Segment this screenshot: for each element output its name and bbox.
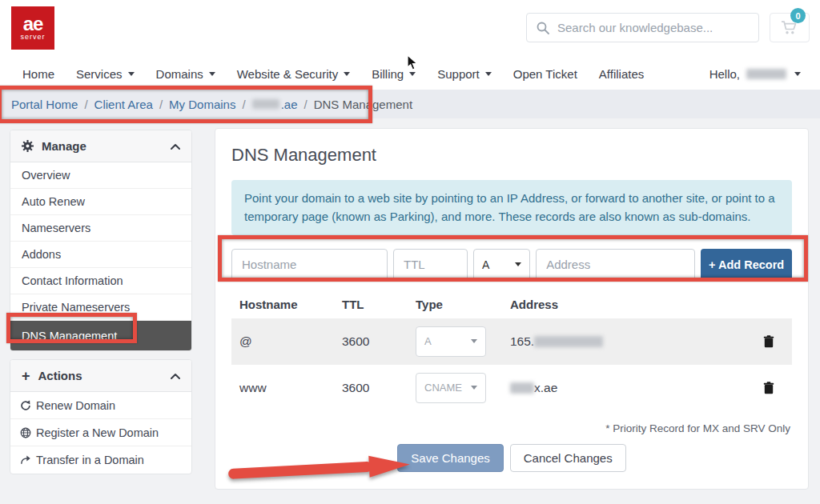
top-header: ae server 0 Home Services Domains Websit… xyxy=(0,0,820,90)
nav-affiliates[interactable]: Affiliates xyxy=(599,67,644,81)
chevron-down-icon xyxy=(485,72,492,76)
col-type: Type xyxy=(416,298,510,311)
cancel-changes-button[interactable]: Cancel Changes xyxy=(510,444,626,472)
nav-open-ticket[interactable]: Open Ticket xyxy=(513,67,577,81)
trash-icon xyxy=(763,382,774,394)
logo-text-server: server xyxy=(20,33,45,41)
plus-icon: + xyxy=(22,369,30,383)
knowledgebase-search[interactable] xyxy=(526,13,759,42)
nav-services[interactable]: Services xyxy=(76,67,135,81)
record-hostname: @ xyxy=(239,334,342,349)
breadcrumb-portal-home[interactable]: Portal Home xyxy=(11,98,78,111)
add-record-button[interactable]: + Add Record xyxy=(701,249,792,281)
address-input[interactable] xyxy=(536,249,695,281)
table-row: www 3600 CNAME x.ae xyxy=(231,365,792,411)
table-row: @ 3600 A 165. xyxy=(231,318,792,365)
delete-record-button[interactable] xyxy=(760,378,778,398)
chevron-down-icon xyxy=(344,72,350,76)
record-type-select[interactable]: A xyxy=(416,326,486,357)
action-transfer-in-domain[interactable]: Transfer in a Domain xyxy=(10,446,191,474)
redacted-domain xyxy=(252,99,279,109)
manage-panel: Manage Overview Auto Renew Nameservers A… xyxy=(10,130,192,351)
breadcrumb-my-domains[interactable]: My Domains xyxy=(169,98,235,111)
chevron-down-icon xyxy=(128,72,135,76)
breadcrumb: Portal Home / Client Area / My Domains /… xyxy=(0,90,820,118)
redacted-host xyxy=(510,382,534,394)
logo-text-ae: ae xyxy=(23,16,43,32)
aeserver-logo[interactable]: ae server xyxy=(11,6,54,50)
transfer-icon xyxy=(20,454,36,466)
chevron-up-icon xyxy=(171,143,180,150)
hostname-input[interactable] xyxy=(231,249,388,281)
chevron-down-icon xyxy=(409,72,416,76)
sidebar-item-contact-information[interactable]: Contact Information xyxy=(10,268,191,294)
col-ttl: TTL xyxy=(342,298,416,311)
record-ttl: 3600 xyxy=(342,334,416,349)
main-nav: Home Services Domains Website & Security… xyxy=(0,59,820,88)
sidebar-item-auto-renew[interactable]: Auto Renew xyxy=(10,189,191,215)
record-type-select[interactable]: A xyxy=(473,249,530,281)
dns-records-table: Hostname TTL Type Address @ 3600 A 165. xyxy=(231,291,792,411)
nav-website-security[interactable]: Website & Security xyxy=(237,67,350,81)
trash-icon xyxy=(763,335,774,348)
breadcrumb-client-area[interactable]: Client Area xyxy=(94,98,153,111)
search-icon xyxy=(537,22,549,34)
nav-support[interactable]: Support xyxy=(437,67,492,81)
action-register-new-domain[interactable]: Register a New Domain xyxy=(10,419,191,446)
record-address: 165. xyxy=(510,334,760,349)
ttl-input[interactable] xyxy=(393,249,468,281)
dns-management-card: DNS Management Point your domain to a we… xyxy=(215,128,809,490)
search-input[interactable] xyxy=(557,21,749,34)
sidebar-item-overview[interactable]: Overview xyxy=(10,162,191,189)
greeting-text: Hello, xyxy=(709,67,740,81)
col-hostname: Hostname xyxy=(239,298,342,311)
breadcrumb-current: DNS Management xyxy=(314,98,412,111)
gear-icon xyxy=(22,140,34,152)
page-title: DNS Management xyxy=(231,145,792,166)
redacted-ip xyxy=(534,336,603,347)
info-banner: Point your domain to a web site by point… xyxy=(231,180,792,235)
nav-billing[interactable]: Billing xyxy=(372,67,416,81)
col-address: Address xyxy=(510,298,760,311)
breadcrumb-domain[interactable]: .ae xyxy=(252,98,298,111)
cart-count-badge: 0 xyxy=(790,8,806,23)
chevron-up-icon xyxy=(171,373,180,379)
add-record-form: A + Add Record xyxy=(231,248,792,282)
actions-panel: + Actions Renew Domain Register a New Do… xyxy=(10,359,192,474)
delete-record-button[interactable] xyxy=(760,332,778,351)
chevron-down-icon xyxy=(471,339,477,343)
sidebar-item-nameservers[interactable]: Nameservers xyxy=(10,215,191,242)
actions-panel-title: Actions xyxy=(38,369,171,382)
redacted-username xyxy=(746,69,786,79)
record-ttl: 3600 xyxy=(342,381,416,395)
chevron-down-icon xyxy=(471,386,477,390)
manage-panel-header[interactable]: Manage xyxy=(10,130,191,162)
cart-button[interactable]: 0 xyxy=(770,13,810,42)
chevron-down-icon xyxy=(515,262,521,266)
nav-home[interactable]: Home xyxy=(22,67,54,81)
save-changes-button[interactable]: Save Changes xyxy=(397,444,503,472)
nav-domains[interactable]: Domains xyxy=(156,67,215,81)
action-renew-domain[interactable]: Renew Domain xyxy=(10,392,191,419)
sidebar-item-addons[interactable]: Addons xyxy=(10,242,191,268)
table-header-row: Hostname TTL Type Address xyxy=(231,291,792,318)
sidebar-item-private-nameservers[interactable]: Private Nameservers xyxy=(10,294,191,321)
record-address: x.ae xyxy=(510,381,760,395)
priority-footnote: * Priority Record for MX and SRV Only xyxy=(231,422,790,434)
actions-panel-header[interactable]: + Actions xyxy=(10,360,191,392)
user-greeting-menu[interactable]: Hello, xyxy=(709,67,801,81)
manage-panel-title: Manage xyxy=(42,139,171,153)
refresh-icon xyxy=(20,400,36,411)
chevron-down-icon xyxy=(209,72,215,76)
form-actions: Save Changes Cancel Changes xyxy=(231,444,792,472)
record-type-select[interactable]: CNAME xyxy=(416,373,486,403)
chevron-down-icon xyxy=(794,72,801,76)
globe-icon xyxy=(20,427,36,438)
record-hostname: www xyxy=(239,381,342,395)
sidebar-item-dns-management[interactable]: DNS Management xyxy=(10,321,191,350)
